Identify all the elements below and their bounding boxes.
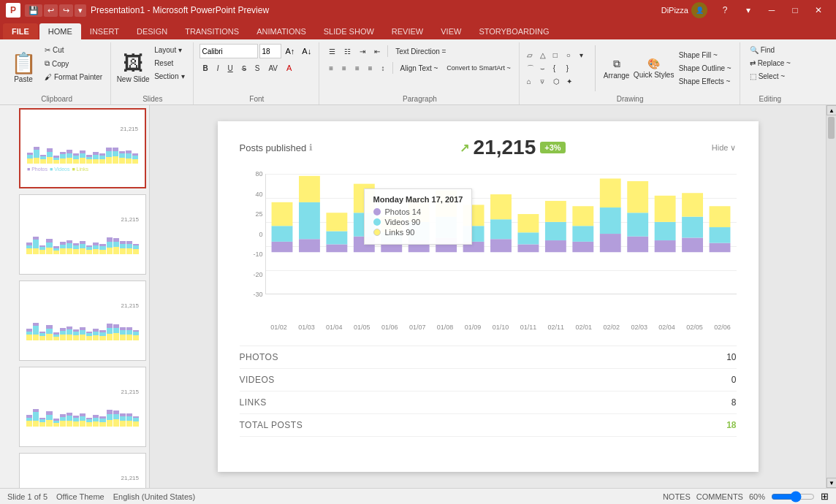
ribbon-group-clipboard: 📋 Paste ✂ Cut ⧉ Copy 🖌 Format Painter Cl… — [3, 42, 111, 104]
mini-bar-6 — [66, 413, 72, 427]
slide-thumb-2[interactable]: 21,215 — [19, 194, 146, 275]
bullet-button[interactable]: ☰ — [325, 44, 339, 58]
hide-button[interactable]: Hide ∨ — [712, 143, 737, 153]
slide-thumb-3[interactable]: 21,215 — [19, 280, 146, 361]
customize-qat-button[interactable]: ▾ — [75, 4, 86, 17]
slide-thumb-4[interactable]: 21,215 — [19, 367, 146, 447]
mini-bar-6 — [66, 240, 72, 254]
tab-design[interactable]: DESIGN — [128, 23, 176, 39]
title-bar-right: DiPizza 👤 ? ▾ ─ □ ✕ — [661, 0, 830, 20]
ribbon-toggle-button[interactable]: ▾ — [737, 0, 760, 20]
notes-button[interactable]: NOTES — [663, 492, 691, 501]
tab-home[interactable]: HOME — [39, 23, 81, 39]
shape-btn-10[interactable]: ⍫ — [539, 76, 550, 88]
shape-btn-9[interactable]: ⌂ — [525, 76, 537, 88]
shape-btn-more[interactable]: ▾ — [578, 50, 590, 61]
tab-file[interactable]: FILE — [3, 23, 38, 39]
slide-thumb-1[interactable]: 21,215 ■ Photos ■ Videos ■ Links — [19, 108, 146, 188]
tab-transitions[interactable]: TRANSITIONS — [176, 23, 248, 39]
powerpoint-logo: P — [6, 3, 20, 18]
window-title: Presentation1 - Microsoft PowerPoint Pre… — [91, 5, 269, 15]
help-button[interactable]: ? — [713, 0, 737, 20]
shape-fill-button[interactable]: Shape Fill ~ — [675, 49, 735, 61]
shape-btn-5[interactable]: ⌒ — [525, 63, 537, 75]
line-spacing-button[interactable]: ↕ — [378, 61, 389, 75]
italic-button[interactable]: I — [213, 61, 223, 75]
align-center-button[interactable]: ≡ — [338, 61, 350, 75]
mini-bar-2 — [39, 418, 45, 427]
find-label: Find — [761, 46, 775, 54]
underline-button[interactable]: U — [224, 61, 237, 75]
mini-bar-7 — [73, 153, 79, 164]
mini-bar-3 — [46, 325, 52, 340]
tab-animations[interactable]: ANIMATIONS — [248, 23, 315, 39]
save-qat-button[interactable]: 💾 — [25, 4, 42, 17]
shape-btn-8[interactable]: } — [565, 63, 577, 75]
tab-insert[interactable]: INSERT — [81, 23, 128, 39]
decrease-font-button[interactable]: A↓ — [299, 44, 314, 58]
char-spacing-button[interactable]: AV — [265, 61, 281, 75]
reset-label: Reset — [154, 59, 173, 67]
shape-outline-button[interactable]: Shape Outline ~ — [675, 62, 735, 75]
svg-rect-37 — [599, 207, 620, 234]
comments-button[interactable]: COMMENTS — [696, 492, 743, 501]
close-button[interactable]: ✕ — [807, 0, 830, 20]
new-slide-button[interactable]: 🖼 New Slide — [117, 44, 149, 92]
text-direction-button[interactable]: Text Direction = — [392, 44, 449, 58]
shape-btn-6[interactable]: ⌣ — [539, 63, 550, 75]
quick-styles-button[interactable]: 🎨 Quick Styles — [636, 45, 672, 93]
bold-button[interactable]: B — [200, 61, 212, 75]
font-family-input[interactable] — [200, 44, 258, 58]
justify-button[interactable]: ≡ — [365, 61, 376, 75]
shape-btn-1[interactable]: ▱ — [525, 50, 537, 61]
undo-button[interactable]: ↩ — [44, 4, 58, 17]
shape-btn-12[interactable]: ✦ — [565, 76, 577, 88]
scroll-down-button[interactable]: ▼ — [826, 478, 836, 488]
select-button[interactable]: ⬚ Select ~ — [746, 70, 794, 83]
format-painter-button[interactable]: 🖌 Format Painter — [41, 71, 106, 83]
increase-font-button[interactable]: A↑ — [283, 44, 298, 58]
align-right-button[interactable]: ≡ — [352, 61, 363, 75]
reset-button[interactable]: Reset — [151, 57, 188, 69]
copy-button[interactable]: ⧉ Copy — [41, 57, 106, 70]
numbered-list-button[interactable]: ☷ — [341, 44, 354, 58]
increase-indent-button[interactable]: ⇥ — [356, 44, 369, 58]
cut-button[interactable]: ✂ Cut — [41, 44, 106, 56]
drawing-small-btns: Shape Fill ~ Shape Outline ~ Shape Effec… — [675, 49, 735, 88]
y-label-neg20: -20 — [240, 271, 263, 278]
shadow-button[interactable]: S — [251, 61, 264, 75]
zoom-slider[interactable] — [771, 491, 815, 503]
font-size-input[interactable] — [259, 44, 281, 58]
shape-btn-2[interactable]: △ — [539, 50, 550, 61]
align-text-button[interactable]: Align Text ~ — [397, 61, 442, 75]
tab-view[interactable]: VIEW — [432, 23, 470, 39]
section-button[interactable]: Section▾ — [151, 70, 188, 83]
shape-btn-7[interactable]: { — [552, 63, 563, 75]
maximize-button[interactable]: □ — [783, 0, 807, 20]
paste-button[interactable]: 📋 Paste — [7, 44, 39, 92]
tab-review[interactable]: REVIEW — [383, 23, 432, 39]
scroll-up-button[interactable]: ▲ — [826, 105, 836, 115]
redo-button[interactable]: ↪ — [59, 4, 73, 17]
shape-btn-4[interactable]: ○ — [565, 50, 577, 61]
shape-effects-button[interactable]: Shape Effects ~ — [675, 75, 735, 88]
font-color-button[interactable]: A — [283, 61, 295, 75]
shape-btn-11[interactable]: ⬡ — [552, 76, 563, 88]
find-button[interactable]: 🔍 Find — [746, 44, 794, 56]
scroll-thumb[interactable] — [828, 117, 835, 139]
minimize-button[interactable]: ─ — [760, 0, 783, 20]
tab-slideshow[interactable]: SLIDE SHOW — [315, 23, 383, 39]
replace-button[interactable]: ⇄ Replace ~ — [746, 57, 794, 69]
fit-slide-button[interactable]: ⊞ — [821, 491, 829, 502]
convert-smartart-button[interactable]: Convert to SmartArt ~ — [443, 61, 514, 75]
decrease-indent-button[interactable]: ⇤ — [370, 44, 384, 58]
tab-storyboarding[interactable]: STORYBOARDING — [470, 23, 558, 39]
layout-button[interactable]: Layout▾ — [151, 44, 188, 56]
align-left-button[interactable]: ≡ — [325, 61, 337, 75]
arrange-button[interactable]: ⧉ Arrange — [601, 45, 633, 93]
slide-thumb-5[interactable]: 21,215 — [19, 453, 146, 488]
format-painter-icon: 🖌 — [45, 73, 52, 81]
photos-label: Photos — [385, 207, 410, 216]
shape-btn-3[interactable]: □ — [552, 50, 563, 61]
strikethrough-button[interactable]: S̶ — [238, 61, 250, 75]
